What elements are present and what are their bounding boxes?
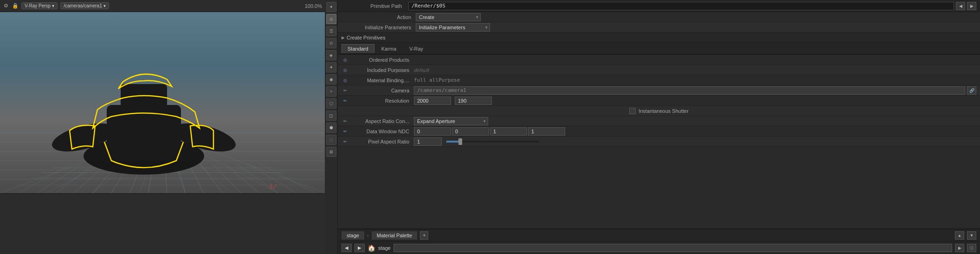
included-purposes-value: default — [414, 67, 429, 73]
scene-svg: $/ — [0, 12, 325, 193]
svg-text:$/: $/ — [269, 182, 277, 190]
camera-path-label: /cameras/camera1 — [64, 3, 102, 8]
primitive-path-next[interactable]: ▶ — [967, 2, 976, 10]
create-primitives-header[interactable]: ▶ Create Primitives — [338, 33, 980, 43]
settings-icon[interactable]: ⚙ — [3, 3, 9, 9]
primitive-path-prev[interactable]: ◀ — [956, 2, 965, 10]
stage-name: stage — [378, 245, 391, 251]
panel-expand-btn[interactable]: ▼ — [967, 231, 976, 240]
sidebar-icon-4[interactable]: ◈ — [326, 50, 336, 60]
init-params-select[interactable]: Initialize Parameters — [416, 23, 490, 32]
add-panel-btn[interactable]: + — [420, 231, 428, 240]
pixel-aspect-slider-thumb[interactable] — [458, 138, 462, 145]
sidebar-icon-8[interactable]: ⬡ — [326, 98, 336, 109]
instantaneous-shutter-checkbox[interactable] — [629, 108, 636, 114]
sidebar-icon-2[interactable]: ☰ — [326, 26, 336, 36]
stage-expand-btn[interactable]: ⬡ — [967, 244, 976, 252]
action-value-container: Create — [416, 13, 976, 21]
camera-path-btn[interactable]: /cameras/camera1 ▾ — [60, 2, 109, 9]
tab-vray[interactable]: V-Ray — [403, 44, 429, 53]
bottom-panel-topbar: stage • Material Palette + ▲ ▼ — [338, 229, 980, 241]
primitive-path-label: Primitive Path — [342, 3, 406, 9]
zoom-level: 100.0% — [305, 3, 322, 9]
resolution-height-value: 190 — [458, 98, 466, 104]
pixel-aspect-input[interactable]: 1 — [414, 137, 442, 146]
tab-karma[interactable]: Karma — [375, 44, 402, 53]
resolution-label: Resolution — [349, 98, 414, 104]
camera-value-container: /cameras/camera1 🔗 — [414, 86, 976, 95]
aspect-ratio-label: Aspect Ratio Con... — [349, 118, 414, 124]
instantaneous-shutter-row: Instantaneous Shutter — [338, 106, 980, 116]
camera-param-label: Camera — [349, 88, 414, 93]
camera-field-value: /cameras/camera1 — [417, 87, 466, 93]
init-params-label: Initialize Parameters — [342, 25, 416, 30]
data-window-v4[interactable]: 1 — [528, 127, 565, 136]
camera-field[interactable]: /cameras/camera1 — [414, 86, 965, 95]
lock-icon[interactable]: 🔒 — [12, 3, 19, 9]
aspect-ratio-select[interactable]: Expand Aperture — [414, 117, 488, 125]
viewport-bottombar — [0, 193, 325, 254]
material-binding-label: Material Binding.... — [349, 78, 414, 83]
dw-v4: 1 — [531, 129, 534, 134]
action-select[interactable]: Create — [416, 13, 481, 21]
sidebar-icon-1[interactable]: ◎ — [326, 14, 336, 24]
dw-v3: 1 — [493, 129, 496, 134]
material-binding-row: ◎ Material Binding.... full allPurpose — [338, 75, 980, 85]
sidebar-icon-6[interactable]: ◉ — [326, 74, 336, 85]
right-panel: Primitive Path /Render/$0S ◀ ▶ Action Cr… — [338, 0, 980, 254]
instantaneous-shutter-label: Instantaneous Shutter — [638, 108, 689, 114]
camera-type-label: V-Ray Persp — [25, 3, 51, 8]
included-purposes-label: Included Purposes — [349, 67, 414, 73]
resolution-width-value: 2000 — [417, 98, 428, 104]
aspect-ratio-value-container: Expand Aperture — [414, 117, 976, 125]
pixel-aspect-slider-track[interactable] — [446, 141, 539, 143]
material-binding-value: full allPurpose — [414, 77, 460, 83]
dw-v2: 0 — [455, 129, 458, 134]
data-window-v1[interactable]: 0 — [414, 127, 451, 136]
data-window-icon: ✏ — [343, 129, 347, 134]
stage-icon: 🏠 — [368, 244, 375, 252]
init-params-value-container: Initialize Parameters — [416, 23, 976, 32]
tab-standard[interactable]: Standard — [342, 44, 374, 53]
left-sidebar: ✦ ◎ ☰ ⊙ ◈ ✦ ◉ ✧ ⬡ ◫ ⬢ ◌ ⊞ — [325, 0, 338, 254]
primitive-path-value: /Render/$0S — [412, 3, 445, 9]
resolution-row: ✏ Resolution 2000 190 — [338, 96, 980, 106]
tabs-row: Standard Karma V-Ray — [338, 43, 980, 55]
sidebar-icon-5[interactable]: ✦ — [326, 62, 336, 72]
panel-collapse-btn[interactable]: ▲ — [955, 231, 964, 240]
data-window-v3[interactable]: 1 — [490, 127, 527, 136]
ordered-products-row: ◎ Ordered Products — [338, 55, 980, 65]
ordered-products-label: Ordered Products — [349, 57, 414, 63]
stage-tab[interactable]: stage — [342, 231, 364, 240]
bottom-panel: stage • Material Palette + ▲ ▼ ◀ ▶ 🏠 sta… — [338, 228, 980, 254]
material-binding-icon: ◎ — [343, 78, 347, 83]
nav-back-btn[interactable]: ◀ — [342, 244, 352, 252]
sidebar-icon-10[interactable]: ⬢ — [326, 123, 336, 133]
sidebar-icon-0[interactable]: ✦ — [326, 2, 336, 12]
camera-icon: ✏ — [343, 88, 347, 93]
nav-forward-btn[interactable]: ▶ — [355, 244, 365, 252]
bottom-panel-content: ◀ ▶ 🏠 stage ▶ ⬡ — [338, 241, 980, 254]
aspect-ratio-icon: ✏ — [343, 119, 347, 124]
resolution-height[interactable]: 190 — [455, 97, 492, 105]
viewport-panel: ⚙ 🔒 V-Ray Persp ▾ /cameras/camera1 ▾ 100… — [0, 0, 325, 254]
viewport-canvas[interactable]: $/ — [0, 12, 325, 193]
camera-link-btn[interactable]: 🔗 — [967, 86, 976, 95]
sidebar-icon-7[interactable]: ✧ — [326, 86, 336, 97]
primitive-path-field[interactable]: /Render/$0S — [408, 2, 954, 10]
material-palette-tab[interactable]: Material Palette — [372, 231, 417, 240]
resolution-width[interactable]: 2000 — [414, 97, 451, 105]
data-window-value-container: 0 0 1 1 — [414, 127, 976, 136]
primitive-path-row: Primitive Path /Render/$0S ◀ ▶ — [338, 0, 980, 12]
sidebar-icon-3[interactable]: ⊙ — [326, 38, 336, 48]
camera-type-btn[interactable]: V-Ray Persp ▾ — [21, 2, 58, 9]
camera-type-arrow: ▾ — [52, 3, 54, 8]
sidebar-icon-11[interactable]: ◌ — [326, 135, 336, 145]
included-purposes-row: ◎ Included Purposes default — [338, 65, 980, 75]
ordered-products-icon: ◎ — [343, 58, 347, 62]
stage-right-btn[interactable]: ▶ — [955, 244, 964, 252]
data-window-v2[interactable]: 0 — [452, 127, 489, 136]
sidebar-icon-9[interactable]: ◫ — [326, 111, 336, 121]
sidebar-icon-12[interactable]: ⊞ — [326, 147, 336, 157]
viewport-topbar: ⚙ 🔒 V-Ray Persp ▾ /cameras/camera1 ▾ 100… — [0, 0, 325, 12]
